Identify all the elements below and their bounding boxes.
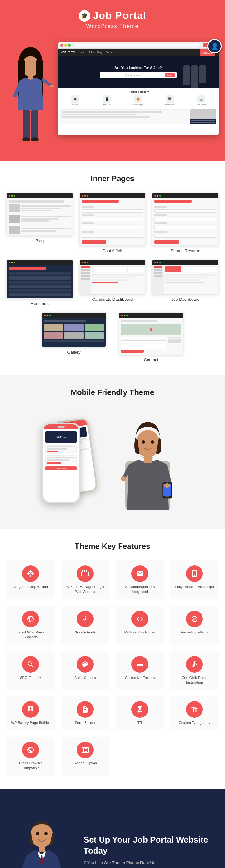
gallery-card: Gallery xyxy=(42,312,106,362)
svg-point-13 xyxy=(142,440,145,444)
drag-drop-icon xyxy=(22,565,39,582)
rtl-icon xyxy=(131,701,148,718)
responsive-icon xyxy=(186,565,203,582)
post-job-label: Post A Job xyxy=(102,248,122,253)
phones-group: Job Portal Apply Now xyxy=(42,413,106,509)
feature-typography-label: Custom Typography xyxy=(179,720,210,725)
browser-mockup: Menu Jeb Portal Home Jobs Blog Contact P… xyxy=(58,42,219,135)
features-grid: Drag And Drop Builder WP Job Manager Plu… xyxy=(6,560,219,776)
feature-wordpress-label: Latest WordPress Supports xyxy=(10,630,52,640)
feature-color-label: Color Options xyxy=(74,675,96,680)
feature-sidebar-label: Sidebar Option xyxy=(73,761,97,766)
logo-icon: 🎓 xyxy=(79,10,90,22)
feature-one-click: One Click Demo Installation xyxy=(170,651,219,690)
feature-drag-drop: Drag And Drop Builder xyxy=(6,560,55,599)
svg-rect-7 xyxy=(32,110,38,139)
svg-point-14 xyxy=(151,440,154,444)
svg-point-20 xyxy=(147,460,149,462)
svg-point-15 xyxy=(121,476,126,481)
feature-color: Color Options xyxy=(61,651,109,690)
post-job-card: Post A Job xyxy=(79,193,146,253)
svg-point-23 xyxy=(36,832,39,835)
cta-subtitle: If You Like Our Theme Please Rate Us xyxy=(84,860,215,865)
logo-text: Job Portal xyxy=(93,10,146,22)
feature-autoresponders-label: 21 Autoresponders Integrated xyxy=(119,585,161,594)
contact-card: Contact xyxy=(119,312,183,362)
mobile-section: Mobile Friendly Theme xyxy=(0,375,225,529)
feature-seo: SEO Friendly xyxy=(6,651,55,690)
svg-rect-6 xyxy=(23,110,30,139)
cat-label-1: Mobile Dev xyxy=(102,103,110,105)
resumes-thumbnail xyxy=(6,260,73,299)
job-dashboard-thumbnail xyxy=(152,260,219,294)
job-dashboard-label: Job Dashboard xyxy=(171,297,200,302)
feature-wp-job-label: WP Job Manager Plugin With Addons xyxy=(64,585,106,594)
job-dashboard-card: Job Dashboard xyxy=(152,260,219,306)
popular-category-label: Popular Category xyxy=(60,90,216,93)
one-click-icon xyxy=(186,656,203,673)
svg-point-8 xyxy=(23,137,30,141)
feature-animation: Animation Effects xyxy=(170,606,219,645)
blog-label: Blog xyxy=(35,238,44,243)
svg-point-19 xyxy=(164,483,170,488)
cta-section: Set Up Your Job Portal Website Today If … xyxy=(0,788,225,868)
feature-footers-label: Customize Footers xyxy=(125,675,155,680)
inner-pages-section: Inner Pages xyxy=(0,161,225,375)
cta-text: Set Up Your Job Portal Website Today If … xyxy=(84,835,215,868)
feature-sidebar: Sidebar Option xyxy=(61,737,109,776)
search-btn[interactable]: Search xyxy=(165,73,175,76)
feature-cross-browser-label: Cross Browser Compatible xyxy=(10,761,52,771)
svg-point-9 xyxy=(31,137,39,141)
hero-logo: 🎓 Job Portal xyxy=(6,10,219,22)
feature-rtl-label: RTL xyxy=(137,720,143,725)
feature-form-builder-label: Form Builder xyxy=(75,720,95,725)
wordpress-icon xyxy=(22,611,39,627)
gallery-label: Gallery xyxy=(67,350,81,354)
gallery-thumbnail xyxy=(42,312,106,347)
feature-cross-browser: Cross Browser Compatible xyxy=(6,737,55,776)
contact-label: Contact xyxy=(144,358,158,362)
hero-section: 🎓 Job Portal WordPress Theme xyxy=(0,0,225,161)
pages-row-1: Blog xyxy=(6,193,219,253)
hero-subtitle: WordPress Theme xyxy=(6,24,219,29)
feature-page-builder-label: WP Bakery Page Builder xyxy=(11,720,50,725)
feature-shortcodes: Multiple Shortcodes xyxy=(116,606,164,645)
cat-label-2: UI/UX Design xyxy=(133,103,143,105)
footers-icon xyxy=(131,656,148,673)
submit-resume-card: Submit Resume xyxy=(152,193,219,253)
autoresponders-icon xyxy=(131,565,148,582)
woman-with-phone xyxy=(112,413,183,509)
inner-pages-title: Inner Pages xyxy=(6,174,219,183)
seo-icon xyxy=(22,656,39,673)
blog-thumbnail xyxy=(6,193,73,236)
google-fonts-icon xyxy=(77,611,94,627)
cross-browser-icon xyxy=(22,742,39,758)
mobile-content: Job Portal Apply Now xyxy=(6,407,219,516)
cta-man-figure xyxy=(10,805,74,868)
feature-google-fonts: Google Fonts xyxy=(61,606,109,645)
blog-card: Blog xyxy=(6,193,73,253)
feature-responsive-label: Fully Responsive Design xyxy=(175,585,214,589)
feature-shortcodes-label: Multiple Shortcodes xyxy=(124,630,156,635)
feature-drag-drop-label: Drag And Drop Builder xyxy=(13,585,48,589)
pages-row-2: Resumes xyxy=(6,260,219,306)
feature-wordpress: Latest WordPress Supports xyxy=(6,606,55,645)
wp-job-icon xyxy=(77,565,94,582)
svg-rect-18 xyxy=(165,496,169,497)
cat-label-0: Web Dev xyxy=(72,103,78,105)
color-icon xyxy=(77,656,94,673)
page-builder-icon xyxy=(22,701,39,718)
feature-wp-job: WP Job Manager Plugin With Addons xyxy=(61,560,109,599)
cat-label-4: Data Analyst xyxy=(197,103,206,105)
candidate-dashboard-card: Candidate Dashboard xyxy=(79,260,146,306)
candidate-dashboard-thumbnail xyxy=(79,260,146,294)
pages-row-3: Gallery xyxy=(6,312,219,362)
features-section: Theme Key Features Drag And Drop Builder… xyxy=(0,529,225,788)
sidebar-icon xyxy=(77,742,94,758)
typography-icon xyxy=(186,701,203,718)
hero-woman-figure xyxy=(6,45,55,142)
svg-point-5 xyxy=(50,85,54,87)
resumes-card: Resumes xyxy=(6,260,73,306)
feature-responsive: Fully Responsive Design xyxy=(170,560,219,599)
feature-page-builder: WP Bakery Page Builder xyxy=(6,696,55,730)
